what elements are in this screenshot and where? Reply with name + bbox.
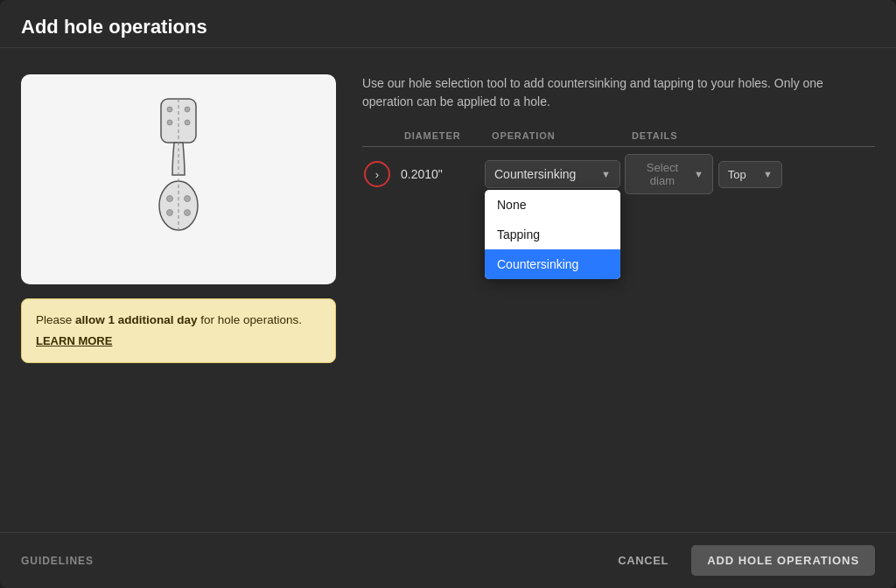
details-group: Select diam ▼ Top ▼ — [625, 154, 782, 194]
add-hole-operations-dialog: Add hole operations — [0, 0, 896, 588]
svg-point-9 — [185, 210, 191, 216]
table-container: DIAMETER OPERATION DETAILS › 0.2010" Cou… — [362, 125, 875, 201]
dialog-footer: GUIDELINES CANCEL ADD HOLE OPERATIONS — [0, 532, 896, 588]
footer-actions: CANCEL ADD HOLE OPERATIONS — [607, 545, 875, 576]
left-panel: Please allow 1 additional day for hole o… — [21, 74, 336, 514]
expand-cell: › — [362, 161, 397, 187]
top-label: Top — [728, 168, 746, 181]
notice-box: Please allow 1 additional day for hole o… — [21, 298, 336, 363]
notice-text: Please allow 1 additional day for hole o… — [36, 313, 302, 326]
select-diameter-label: Select diam — [634, 161, 690, 187]
svg-point-8 — [167, 210, 173, 216]
svg-point-4 — [185, 120, 190, 125]
operation-option-tapping[interactable]: Tapping — [485, 220, 620, 249]
col-header-expand — [362, 130, 397, 141]
notice-bold: allow 1 additional day — [75, 313, 198, 326]
col-header-operation: OPERATION — [485, 130, 625, 141]
table-row: › 0.2010" Countersinking ▼ None Tapping … — [362, 147, 875, 201]
top-chevron-icon: ▼ — [763, 169, 773, 179]
operation-selected-label: Countersinking — [494, 167, 576, 181]
operation-option-none[interactable]: None — [485, 190, 620, 220]
cancel-button[interactable]: CANCEL — [607, 547, 679, 574]
top-dropdown-button[interactable]: Top ▼ — [718, 161, 782, 188]
svg-point-1 — [167, 107, 172, 112]
col-header-details: DETAILS — [625, 130, 782, 141]
expand-button[interactable]: › — [364, 161, 390, 187]
svg-point-3 — [167, 120, 172, 125]
operation-option-countersinking[interactable]: Countersinking — [485, 249, 620, 279]
preview-box — [21, 74, 336, 284]
dialog-body: Please allow 1 additional day for hole o… — [0, 48, 896, 532]
learn-more-link[interactable]: LEARN MORE — [36, 332, 321, 350]
svg-point-6 — [167, 196, 173, 202]
part-preview-svg — [144, 92, 214, 267]
right-panel: Use our hole selection tool to add count… — [362, 74, 875, 514]
diameter-cell: 0.2010" — [397, 167, 485, 181]
dialog-header: Add hole operations — [0, 0, 896, 48]
svg-point-7 — [185, 196, 191, 202]
add-hole-operations-button[interactable]: ADD HOLE OPERATIONS — [691, 545, 875, 576]
dialog-title: Add hole operations — [21, 16, 875, 38]
operation-chevron-icon: ▼ — [601, 169, 611, 179]
operation-dropdown[interactable]: Countersinking ▼ None Tapping Countersin… — [485, 160, 625, 188]
col-header-diameter: DIAMETER — [397, 130, 485, 141]
select-diameter-chevron-icon: ▼ — [694, 169, 704, 179]
svg-point-2 — [185, 107, 190, 112]
operation-dropdown-menu: None Tapping Countersinking — [485, 190, 620, 279]
select-diameter-button[interactable]: Select diam ▼ — [625, 154, 713, 194]
description-text: Use our hole selection tool to add count… — [362, 74, 852, 111]
table-header: DIAMETER OPERATION DETAILS — [362, 125, 875, 147]
operation-dropdown-button[interactable]: Countersinking ▼ — [485, 160, 620, 188]
guidelines-link[interactable]: GUIDELINES — [21, 555, 94, 567]
